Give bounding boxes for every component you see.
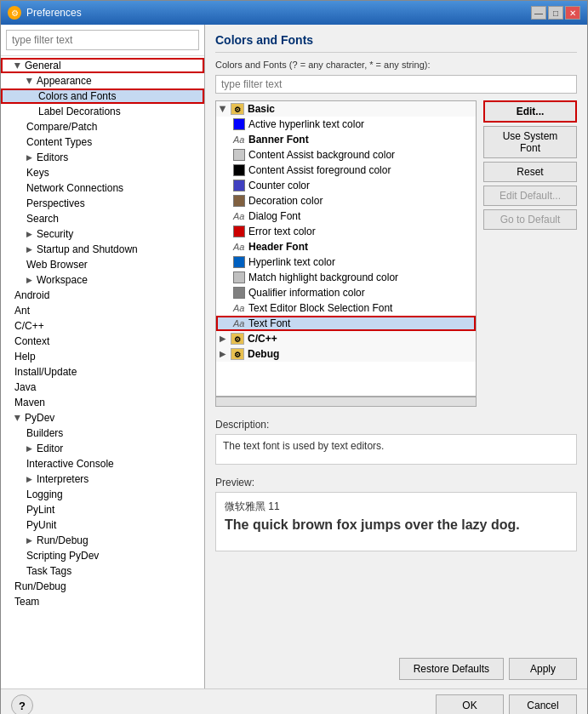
fonts-item-content-assist-bg[interactable]: Content Assist background color: [216, 147, 476, 163]
font-icon-dialog: Aa: [233, 211, 245, 221]
tree-item-run-debug-top[interactable]: Run/Debug: [1, 579, 204, 594]
tree-item-ant[interactable]: Ant: [1, 303, 204, 318]
tree-label-pylint: PyLint: [26, 504, 54, 516]
preview-font-name: 微软雅黑 11: [225, 500, 568, 514]
description-label: Description:: [215, 419, 577, 431]
right-filter-input[interactable]: [215, 75, 577, 94]
content-area: ▶ ⚙ Basic Active hyperlink text color Aa…: [215, 100, 577, 407]
color-swatch-active-hyperlink: [233, 118, 245, 130]
tree-item-network-connections[interactable]: Network Connections: [1, 180, 204, 196]
tree-item-appearance[interactable]: ▶ Appearance: [1, 73, 204, 89]
help-button[interactable]: ?: [11, 694, 33, 714]
tree-item-help[interactable]: Help: [1, 349, 204, 364]
tree-item-pydev[interactable]: ▶ PyDev: [1, 410, 204, 426]
tree-item-builders[interactable]: Builders: [1, 426, 204, 441]
tree-item-maven[interactable]: Maven: [1, 395, 204, 410]
tree-item-install-update[interactable]: Install/Update: [1, 364, 204, 380]
tree-item-security[interactable]: ▶ Security: [1, 226, 204, 242]
tree-item-content-types[interactable]: Content Types: [1, 134, 204, 150]
tree-item-team[interactable]: Team: [1, 594, 204, 609]
tree-item-task-tags[interactable]: Task Tags: [1, 563, 204, 579]
horizontal-scrollbar[interactable]: [215, 397, 477, 407]
tree-label-general: General: [25, 60, 61, 71]
left-panel: ▶ General ▶ Appearance Colors and Fonts …: [1, 25, 205, 688]
tree-label-keys: Keys: [26, 167, 49, 179]
tree-label-run-debug-top: Run/Debug: [14, 580, 66, 592]
tree-label-security: Security: [37, 228, 73, 240]
tree-item-keys[interactable]: Keys: [1, 165, 204, 180]
tree-item-pyunit[interactable]: PyUnit: [1, 517, 204, 533]
restore-defaults-button[interactable]: Restore Defaults: [399, 658, 504, 680]
tree-item-editors[interactable]: ▶ Editors: [1, 150, 204, 165]
left-filter-input[interactable]: [6, 30, 199, 50]
fonts-group-basic[interactable]: ▶ ⚙ Basic: [216, 101, 476, 117]
tree-item-android[interactable]: Android: [1, 288, 204, 303]
tree-item-workspace[interactable]: ▶ Workspace: [1, 272, 204, 288]
color-swatch-content-assist-bg: [233, 149, 245, 161]
fonts-group-debug[interactable]: ▶ ⚙ Debug: [216, 346, 476, 362]
fonts-item-banner-font[interactable]: Aa Banner Font: [216, 132, 476, 147]
fonts-item-header-font[interactable]: Aa Header Font: [216, 239, 476, 254]
tree-label-team: Team: [14, 596, 39, 608]
tree-item-run-debug-pydev[interactable]: ▶ Run/Debug: [1, 533, 204, 548]
tree-label-task-tags: Task Tags: [26, 565, 71, 577]
apply-button[interactable]: Apply: [509, 658, 577, 680]
tree-item-general[interactable]: ▶ General: [1, 58, 204, 73]
fonts-group-cpp[interactable]: ▶ ⚙ C/C++: [216, 331, 476, 346]
color-swatch-content-assist-fg: [233, 164, 245, 176]
tree-item-web-browser[interactable]: Web Browser: [1, 257, 204, 272]
fonts-item-match-highlight-bg[interactable]: Match highlight background color: [216, 270, 476, 285]
tree-item-colors-fonts[interactable]: Colors and Fonts: [1, 89, 204, 104]
fonts-label-text-font: Text Font: [248, 317, 290, 329]
fonts-label-dialog-font: Dialog Font: [248, 210, 300, 222]
main-content: ▶ General ▶ Appearance Colors and Fonts …: [1, 25, 587, 688]
tree-item-compare-patch[interactable]: Compare/Patch: [1, 119, 204, 134]
ok-button[interactable]: OK: [436, 694, 504, 714]
font-icon-text-font: Aa: [233, 318, 245, 328]
reset-button[interactable]: Reset: [483, 162, 577, 182]
tree-item-cpp[interactable]: C/C++: [1, 318, 204, 334]
tree-item-logging[interactable]: Logging: [1, 487, 204, 502]
tree-item-startup-shutdown[interactable]: ▶ Startup and Shutdown: [1, 242, 204, 257]
maximize-button[interactable]: □: [548, 6, 563, 20]
use-system-font-button[interactable]: Use System Font: [483, 126, 577, 158]
tree-label-interpreters: Interpreters: [37, 473, 88, 485]
tree-item-scripting-pydev[interactable]: Scripting PyDev: [1, 548, 204, 563]
tree-item-label-decorations[interactable]: Label Decorations: [1, 104, 204, 119]
tree-item-context[interactable]: Context: [1, 334, 204, 349]
tree-item-search[interactable]: Search: [1, 211, 204, 226]
tree-label-startup-shutdown: Startup and Shutdown: [37, 243, 138, 255]
arrow-editors: ▶: [26, 153, 32, 162]
fonts-item-qualifier-info-color[interactable]: Qualifier information color: [216, 285, 476, 300]
minimize-button[interactable]: —: [531, 6, 546, 20]
tree-item-editor[interactable]: ▶ Editor: [1, 441, 204, 456]
tree-label-interactive-console: Interactive Console: [26, 458, 114, 470]
tree-item-java[interactable]: Java: [1, 380, 204, 395]
edit-button[interactable]: Edit...: [483, 100, 577, 123]
tree-item-pylint[interactable]: PyLint: [1, 502, 204, 517]
fonts-item-error-text-color[interactable]: Error text color: [216, 224, 476, 239]
fonts-item-dialog-font[interactable]: Aa Dialog Font: [216, 208, 476, 224]
tree-item-perspectives[interactable]: Perspectives: [1, 196, 204, 211]
fonts-item-hyperlink-text-color[interactable]: Hyperlink text color: [216, 254, 476, 270]
fonts-item-active-hyperlink[interactable]: Active hyperlink text color: [216, 117, 476, 132]
tree-label-context: Context: [14, 335, 49, 347]
tree-label-install-update: Install/Update: [14, 366, 77, 378]
fonts-item-counter-color[interactable]: Counter color: [216, 178, 476, 193]
tree-label-help: Help: [14, 351, 36, 363]
fonts-item-decoration-color[interactable]: Decoration color: [216, 193, 476, 208]
color-swatch-qualifier-info-color: [233, 287, 245, 299]
arrow-cpp-group: ▶: [220, 334, 225, 343]
edit-default-button[interactable]: Edit Default...: [483, 186, 577, 206]
close-button[interactable]: ✕: [565, 6, 580, 20]
fonts-item-text-editor-block[interactable]: Aa Text Editor Block Selection Font: [216, 300, 476, 316]
fonts-label-decoration-color: Decoration color: [248, 195, 323, 207]
fonts-item-text-font[interactable]: Aa Text Font: [216, 316, 476, 331]
cpp-group-icon: ⚙: [231, 333, 244, 345]
fonts-item-content-assist-fg[interactable]: Content Assist foreground color: [216, 163, 476, 178]
fonts-label-banner-font: Banner Font: [248, 134, 309, 146]
cancel-button[interactable]: Cancel: [509, 694, 577, 714]
go-to-default-button[interactable]: Go to Default: [483, 209, 577, 230]
tree-item-interpreters[interactable]: ▶ Interpreters: [1, 471, 204, 487]
tree-item-interactive-console[interactable]: Interactive Console: [1, 456, 204, 471]
